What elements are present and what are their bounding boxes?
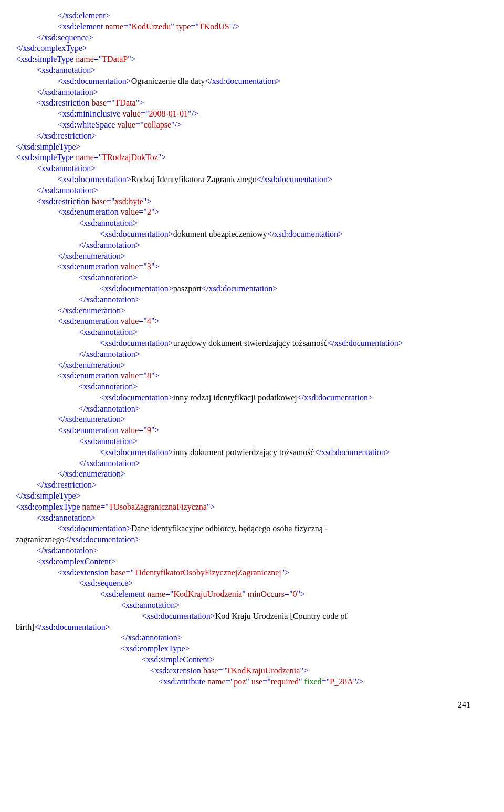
- code-line: </xsd:annotation>: [16, 240, 472, 251]
- code-line: <xsd:simpleContent>: [16, 655, 472, 666]
- code-line: <xsd:simpleType name="TDataP">: [16, 54, 472, 65]
- code-line: <xsd:documentation>urzędowy dokument stw…: [16, 338, 472, 349]
- code-line: </xsd:annotation>: [16, 185, 472, 196]
- code-line: <xsd:restriction base="TData">: [16, 98, 472, 109]
- code-line: <xsd:documentation>dokument ubezpieczeni…: [16, 229, 472, 240]
- code-line: <xsd:complexContent>: [16, 556, 472, 567]
- code-line: <xsd:attribute name="poz" use="required"…: [16, 677, 472, 688]
- code-line: <xsd:annotation>: [16, 163, 472, 174]
- code-line: <xsd:documentation>Kod Kraju Urodzenia […: [16, 611, 472, 622]
- code-line: <xsd:element name="KodUrzedu" type="TKod…: [16, 22, 472, 33]
- code-line: <xsd:sequence>: [16, 578, 472, 589]
- code-line: </xsd:annotation>: [16, 458, 472, 469]
- code-line: <xsd:documentation>Ograniczenie dla daty…: [16, 76, 472, 87]
- code-line: </xsd:enumeration>: [16, 360, 472, 371]
- code-line: </xsd:enumeration>: [16, 251, 472, 262]
- code-line: <xsd:documentation>inny rodzaj identyfik…: [16, 393, 472, 404]
- page-number: 241: [16, 687, 472, 711]
- code-line: </xsd:simpleType>: [16, 491, 472, 502]
- code-line: <xsd:annotation>: [16, 327, 472, 338]
- code-line: </xsd:complexType>: [16, 43, 472, 54]
- code-line: birth]</xsd:documentation>: [16, 622, 472, 633]
- code-line: <xsd:annotation>: [16, 272, 472, 283]
- code-line: </xsd:annotation>: [16, 349, 472, 360]
- code-line: <xsd:complexType name="TOsobaZagraniczna…: [16, 502, 472, 513]
- code-line: </xsd:enumeration>: [16, 469, 472, 480]
- code-line: </xsd:annotation>: [16, 294, 472, 305]
- code-line: </xsd:simpleType>: [16, 142, 472, 153]
- code-line: <xsd:enumeration value="9">: [16, 425, 472, 436]
- code-line: <xsd:extension base="TIdentyfikatorOsoby…: [16, 567, 472, 578]
- code-line: <xsd:complexType>: [16, 644, 472, 655]
- code-line: <xsd:extension base="TKodKrajuUrodzenia"…: [16, 666, 472, 677]
- code-line: <xsd:annotation>: [16, 513, 472, 524]
- code-line: </xsd:enumeration>: [16, 414, 472, 425]
- code-line: <xsd:restriction base="xsd:byte">: [16, 196, 472, 207]
- code-line: <xsd:enumeration value="3">: [16, 261, 472, 272]
- code-line: zagranicznego</xsd:documentation>: [16, 534, 472, 545]
- code-line: <xsd:minInclusive value="2008-01-01"/>: [16, 109, 472, 120]
- code-line: </xsd:sequence>: [16, 33, 472, 44]
- code-line: <xsd:documentation>inny dokument potwier…: [16, 447, 472, 458]
- code-line: <xsd:annotation>: [16, 600, 472, 611]
- code-line: </xsd:annotation>: [16, 632, 472, 644]
- code-line: </xsd:annotation>: [16, 404, 472, 415]
- code-line: <xsd:enumeration value="8">: [16, 371, 472, 382]
- code-line: <xsd:annotation>: [16, 65, 472, 76]
- code-line: </xsd:restriction>: [16, 480, 472, 491]
- code-line: </xsd:restriction>: [16, 131, 472, 142]
- code-line: <xsd:element name="KodKrajuUrodzenia" mi…: [16, 589, 472, 600]
- code-line: <xsd:annotation>: [16, 382, 472, 393]
- code-line: </xsd:annotation>: [16, 545, 472, 556]
- code-line: <xsd:simpleType name="TRodzajDokToz">: [16, 152, 472, 163]
- code-line: </xsd:enumeration>: [16, 305, 472, 317]
- code-line: <xsd:whiteSpace value="collapse"/>: [16, 120, 472, 131]
- code-line: <xsd:enumeration value="4">: [16, 316, 472, 327]
- xml-code-block: </xsd:element><xsd:element name="KodUrze…: [16, 10, 472, 687]
- code-line: <xsd:documentation>Rodzaj Identyfikatora…: [16, 174, 472, 185]
- code-line: <xsd:documentation>Dane identyfikacyjne …: [16, 523, 472, 534]
- code-line: <xsd:enumeration value="2">: [16, 207, 472, 218]
- code-line: <xsd:annotation>: [16, 218, 472, 229]
- code-line: </xsd:element>: [16, 10, 472, 22]
- code-line: <xsd:annotation>: [16, 436, 472, 447]
- code-line: <xsd:documentation>paszport</xsd:documen…: [16, 283, 472, 294]
- code-line: </xsd:annotation>: [16, 87, 472, 98]
